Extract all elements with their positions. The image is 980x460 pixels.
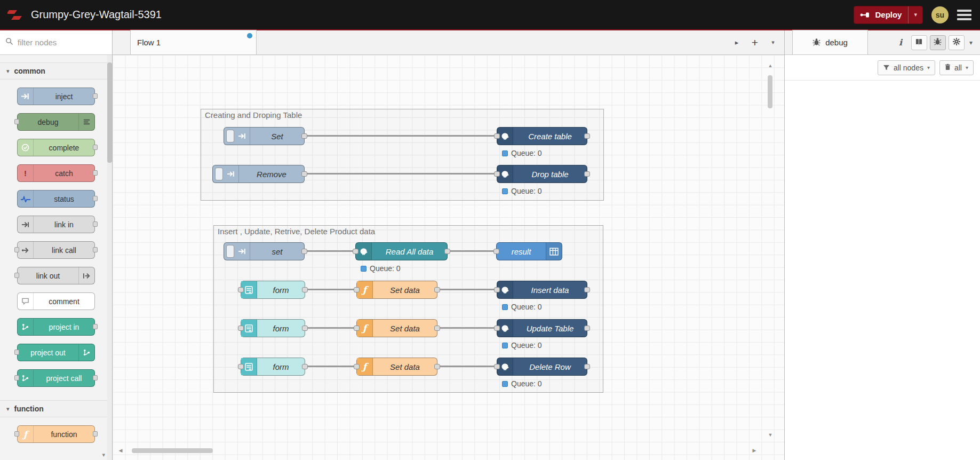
palette-node-project-call[interactable]: project call — [17, 369, 95, 387]
flow-node-set-data[interactable]: ƒ Set data — [356, 281, 437, 299]
next-tab-button[interactable]: ▸ — [728, 30, 746, 54]
horizontal-scrollbar-thumb[interactable] — [132, 448, 213, 453]
wire[interactable] — [436, 366, 498, 367]
input-port[interactable] — [238, 364, 244, 369]
input-port[interactable] — [353, 249, 358, 254]
palette-node-complete[interactable]: complete — [17, 139, 95, 156]
output-port[interactable] — [301, 171, 307, 177]
inject-trigger-button[interactable] — [226, 245, 234, 258]
flow-node-set-data[interactable]: ƒ Set data — [356, 319, 437, 337]
output-port[interactable] — [584, 326, 590, 331]
wire[interactable] — [304, 327, 357, 329]
input-port[interactable] — [494, 133, 500, 139]
palette-node-debug[interactable]: debug — [17, 113, 95, 131]
palette-node-link-in[interactable]: link in — [17, 216, 95, 233]
debug-clear-button[interactable]: all ▾ — [939, 60, 974, 75]
flow-node-drop-table[interactable]: Drop table — [497, 165, 587, 183]
palette-node-project-in[interactable]: project in — [17, 318, 95, 336]
wire[interactable] — [436, 327, 498, 329]
output-port[interactable] — [302, 287, 308, 292]
palette-node-catch[interactable]: ! catch — [17, 164, 95, 182]
output-port[interactable] — [301, 133, 307, 139]
output-port[interactable] — [302, 326, 308, 331]
wire[interactable] — [304, 250, 356, 252]
palette-scroll-down-icon[interactable]: ▾ — [102, 451, 105, 458]
input-port[interactable] — [354, 287, 360, 292]
wire[interactable] — [304, 173, 498, 175]
palette-scrollbar[interactable] — [107, 55, 112, 460]
flow-group-create-drop[interactable]: Creating and Droping Table — [201, 109, 604, 201]
scroll-down-icon[interactable]: ▼ — [767, 432, 774, 438]
wire[interactable] — [304, 135, 498, 137]
output-port[interactable] — [584, 133, 590, 139]
help-tab-button[interactable] — [911, 35, 927, 50]
info-tab-button[interactable]: i — [893, 35, 909, 50]
scroll-up-icon[interactable]: ▲ — [767, 62, 774, 69]
input-port[interactable] — [354, 364, 360, 369]
tab-debug[interactable]: debug — [792, 30, 868, 54]
debug-filter-button[interactable]: all nodes ▾ — [878, 60, 935, 75]
palette-node-link-out[interactable]: link out — [17, 267, 95, 284]
palette-node-comment[interactable]: comment — [17, 292, 95, 310]
input-port[interactable] — [494, 326, 500, 331]
flow-list-chevron-icon[interactable]: ▾ — [764, 30, 782, 54]
output-port[interactable] — [434, 364, 440, 369]
debug-messages-panel[interactable] — [785, 81, 980, 460]
vertical-scrollbar-thumb[interactable] — [768, 75, 772, 108]
input-port[interactable] — [238, 326, 244, 331]
filter-nodes-input[interactable] — [18, 38, 107, 47]
main-menu-button[interactable] — [957, 8, 971, 22]
input-port[interactable] — [494, 287, 500, 292]
input-port[interactable] — [354, 326, 360, 331]
output-port[interactable] — [444, 249, 450, 254]
flow-node-read-all-data[interactable]: Read All data — [355, 242, 448, 260]
palette-node-function[interactable]: ƒ function — [17, 425, 95, 443]
config-tab-button[interactable] — [949, 35, 965, 50]
palette-node-inject[interactable]: inject — [17, 88, 95, 105]
palette-scrollbar-thumb[interactable] — [107, 62, 112, 163]
wire[interactable] — [436, 289, 498, 290]
palette-node-status[interactable]: status — [17, 190, 95, 208]
wire[interactable] — [304, 366, 357, 367]
flow-node-inject-set-lower[interactable]: set — [224, 242, 305, 260]
flow-node-inject-remove[interactable]: Remove — [212, 165, 305, 183]
palette-node-project-out[interactable]: project out — [17, 344, 95, 361]
input-port[interactable] — [494, 364, 500, 369]
input-port[interactable] — [493, 249, 499, 254]
output-port[interactable] — [434, 326, 440, 331]
debug-tab-button[interactable] — [930, 35, 946, 50]
flow-node-delete-row[interactable]: Delete Row — [497, 358, 587, 376]
palette-category-common[interactable]: ▾ common — [0, 62, 112, 80]
wire[interactable] — [447, 250, 497, 252]
palette-category-function[interactable]: ▾ function — [0, 400, 112, 417]
scroll-right-icon[interactable]: ▶ — [751, 447, 758, 454]
flow-node-form[interactable]: form — [241, 358, 305, 376]
palette-node-link-call[interactable]: link call — [17, 241, 95, 259]
flow-node-create-table[interactable]: Create table — [497, 127, 587, 145]
wire[interactable] — [304, 289, 357, 290]
output-port[interactable] — [584, 287, 590, 292]
output-port[interactable] — [584, 364, 590, 369]
flow-node-result[interactable]: result — [496, 242, 562, 260]
flow-node-inject-set[interactable]: Set — [224, 127, 305, 145]
inject-trigger-button[interactable] — [226, 130, 234, 142]
flow-node-update-table[interactable]: Update Table — [497, 319, 587, 337]
deploy-options-chevron-icon[interactable]: ▾ — [909, 11, 922, 18]
inject-trigger-button[interactable] — [215, 168, 223, 180]
sidebar-options-chevron-icon[interactable]: ▾ — [967, 39, 977, 46]
flow-node-insert-data[interactable]: Insert data — [497, 281, 587, 299]
user-avatar[interactable]: su — [931, 6, 949, 23]
add-flow-button[interactable]: + — [746, 30, 764, 54]
input-port[interactable] — [238, 287, 244, 292]
output-port[interactable] — [302, 364, 308, 369]
flow-node-form[interactable]: form — [241, 281, 305, 299]
deploy-button[interactable]: Deploy ▾ — [854, 6, 923, 24]
input-port[interactable] — [494, 171, 500, 177]
output-port[interactable] — [584, 171, 590, 177]
flow-node-set-data[interactable]: ƒ Set data — [356, 358, 437, 376]
output-port[interactable] — [301, 249, 307, 254]
flow-node-form[interactable]: form — [241, 319, 305, 337]
scroll-left-icon[interactable]: ◀ — [117, 447, 124, 454]
output-port[interactable] — [434, 287, 440, 292]
flow-canvas[interactable]: Creating and Droping Table Set — [113, 55, 784, 460]
